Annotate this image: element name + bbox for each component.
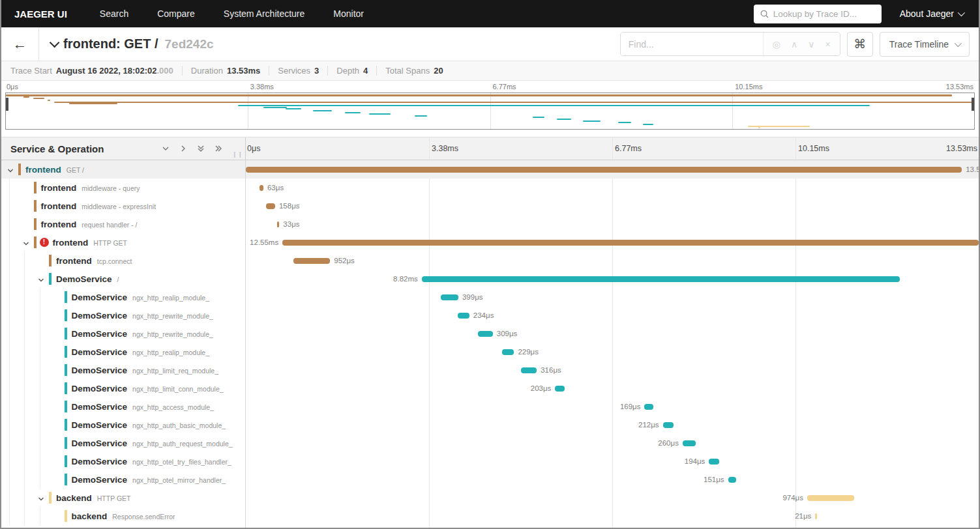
span-bar-row[interactable]: 158μs — [246, 197, 979, 215]
span-name-row[interactable]: DemoService/ — [1, 270, 245, 288]
span-name-row[interactable]: DemoServicengx_http_otel_try_files_handl… — [1, 452, 245, 470]
summary-trace-start: Trace Start August 16 2022, 18:02:02.000 — [10, 66, 183, 76]
service-name: DemoService — [72, 293, 128, 302]
column-resizer[interactable]: ❙❙ — [232, 151, 243, 158]
span-name-row[interactable]: frontendGET / — [1, 160, 245, 179]
span-bar-row[interactable]: 151μs — [246, 470, 979, 489]
span-bar[interactable] — [478, 331, 492, 337]
collapse-one-icon[interactable] — [161, 144, 170, 153]
keyboard-shortcuts-button[interactable]: ⌘ — [847, 32, 873, 57]
span-bar[interactable] — [709, 459, 719, 465]
span-name-row[interactable]: DemoServicengx_http_limit_req_module_ — [1, 361, 245, 379]
span-name-row[interactable]: DemoServicengx_http_rewrite_module_ — [1, 324, 245, 343]
about-jaeger-menu[interactable]: About Jaeger — [900, 8, 972, 19]
indent-guide — [24, 270, 25, 288]
nav-item-search[interactable]: Search — [85, 0, 143, 27]
span-name-row[interactable]: DemoServicengx_http_otel_mirror_handler_ — [1, 470, 245, 489]
span-bar-row[interactable]: 194μs — [246, 452, 979, 470]
span-bar[interactable] — [277, 222, 279, 227]
next-match-icon[interactable]: ∨ — [808, 39, 814, 50]
expand-one-icon[interactable] — [179, 144, 188, 153]
span-bar-row[interactable]: 952μs — [246, 251, 979, 270]
nav-item-compare[interactable]: Compare — [143, 0, 209, 27]
clear-find-icon[interactable]: × — [825, 39, 831, 50]
collapse-all-icon[interactable] — [196, 144, 205, 153]
span-name-row[interactable]: DemoServicengx_http_auth_basic_module_ — [1, 416, 245, 434]
span-bar[interactable] — [266, 203, 275, 209]
span-bar[interactable] — [502, 349, 514, 355]
back-button[interactable]: ← — [1, 27, 39, 61]
span-name-row[interactable]: DemoServicengx_http_rewrite_module_ — [1, 306, 245, 324]
span-name-row[interactable]: DemoServicengx_http_realip_module_ — [1, 288, 245, 306]
span-bar[interactable] — [260, 185, 263, 191]
minimap-span-bar — [618, 122, 632, 123]
span-bar[interactable] — [663, 422, 674, 428]
span-bar-row[interactable]: 260μs — [246, 434, 979, 452]
span-bar-row[interactable]: 234μs — [246, 306, 979, 324]
trace-view-select[interactable]: Trace Timeline — [880, 32, 970, 57]
minimap-tick: 0μs — [7, 83, 18, 91]
timeline-minimap[interactable] — [5, 93, 975, 130]
span-bar-row[interactable]: 229μs — [246, 343, 979, 361]
span-name-row[interactable]: frontendtcp.connect — [1, 251, 245, 270]
span-bar[interactable] — [728, 477, 736, 483]
span-bar[interactable] — [293, 258, 330, 264]
span-bar-row[interactable]: 203μs — [246, 379, 979, 397]
span-bar-row[interactable]: 309μs — [246, 324, 979, 343]
span-bar[interactable] — [521, 367, 537, 373]
span-bar[interactable] — [555, 386, 565, 392]
span-name-row[interactable]: !frontendHTTP GET — [1, 233, 245, 251]
span-bar-row[interactable]: 316μs — [246, 361, 979, 379]
span-bar[interactable] — [815, 513, 816, 519]
service-color-indicator — [65, 419, 67, 431]
chevron-down-icon[interactable] — [7, 165, 14, 177]
span-name-row[interactable]: frontendmiddleware - query — [1, 179, 245, 197]
span-bar[interactable] — [282, 240, 979, 246]
find-input[interactable] — [621, 33, 763, 55]
summary-value: 4 — [363, 66, 368, 76]
indent-guide — [24, 452, 25, 470]
span-bar-row[interactable]: 8.82ms — [246, 270, 979, 288]
span-name-row[interactable]: backendResponse.sendError — [1, 507, 245, 525]
operation-name: / — [117, 276, 119, 283]
expand-all-icon[interactable] — [214, 144, 223, 153]
span-bar-row[interactable]: 33μs — [246, 215, 979, 233]
span-bar-row[interactable]: 13.53ms — [246, 160, 979, 179]
indent-guide — [24, 470, 25, 489]
minimap-right-handle[interactable] — [972, 98, 974, 111]
span-name-row[interactable]: backendHTTP GET — [1, 489, 245, 507]
span-bar[interactable] — [458, 313, 469, 319]
span-name-row[interactable]: DemoServicengx_http_limit_conn_module_ — [1, 379, 245, 397]
nav-item-system-architecture[interactable]: System Architecture — [209, 0, 319, 27]
span-bar[interactable] — [683, 440, 696, 446]
span-bar[interactable] — [807, 495, 854, 501]
span-bar-row[interactable]: 63μs — [246, 179, 979, 197]
span-bar-row[interactable]: 212μs — [246, 416, 979, 434]
span-bar-row[interactable]: 974μs — [246, 489, 979, 507]
span-name-row[interactable]: DemoServicengx_http_access_module_ — [1, 397, 245, 416]
jaeger-logo[interactable]: JAEGER UI — [1, 8, 85, 20]
span-bar[interactable] — [441, 294, 458, 300]
span-name-row[interactable]: DemoServicengx_http_realip_module_ — [1, 343, 245, 361]
span-name-row[interactable]: frontendrequest handler - / — [1, 215, 245, 233]
span-duration-label: 158μs — [279, 202, 300, 210]
chevron-down-icon[interactable] — [22, 238, 30, 250]
span-bar-row[interactable]: 12.55ms — [246, 233, 979, 251]
chevron-down-icon[interactable] — [37, 275, 45, 287]
trace-id-lookup-input[interactable] — [773, 9, 875, 19]
span-name-row[interactable]: DemoServicengx_http_auth_request_module_ — [1, 434, 245, 452]
span-name-row[interactable]: frontendmiddleware - expressInit — [1, 197, 245, 215]
span-bar[interactable] — [246, 167, 962, 173]
span-bar[interactable] — [644, 404, 653, 410]
collapse-trace-detail-icon[interactable] — [50, 38, 60, 48]
span-bar-row[interactable]: 21μs — [246, 507, 979, 525]
span-bar-row[interactable]: 399μs — [246, 288, 979, 306]
locate-icon[interactable]: ◎ — [773, 39, 780, 50]
minimap-left-handle[interactable] — [6, 98, 8, 111]
chevron-down-icon[interactable] — [37, 494, 45, 506]
nav-item-monitor[interactable]: Monitor — [319, 0, 378, 27]
span-bar[interactable] — [422, 276, 900, 282]
prev-match-icon[interactable]: ∧ — [791, 39, 797, 50]
span-bar-row[interactable]: 169μs — [246, 397, 979, 416]
minimap-gridline — [490, 93, 491, 129]
